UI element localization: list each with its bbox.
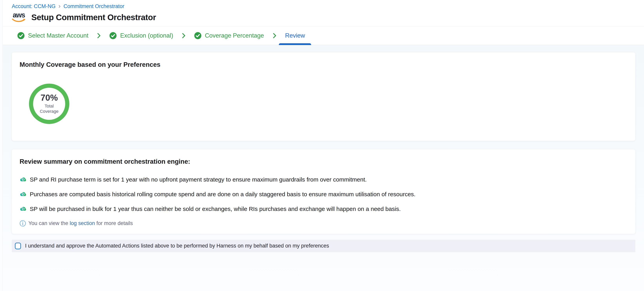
note-text: You can view the log section for more de… xyxy=(28,220,133,226)
consent-bar: I understand and approve the Automated A… xyxy=(12,240,636,252)
left-rail xyxy=(0,0,2,291)
summary-card-title: Review summary on commitment orchestrati… xyxy=(20,158,628,165)
donut-value: 70% xyxy=(40,94,58,102)
svg-text:$: $ xyxy=(22,207,24,210)
cloud-dollar-icon: $ xyxy=(20,177,27,182)
summary-text: Purchases are computed basis historical … xyxy=(30,191,416,198)
setup-stepper: Select Master Account Exclusion (optiona… xyxy=(3,26,644,45)
breadcrumb-link-account[interactable]: Account: CCM-NG xyxy=(12,3,56,10)
breadcrumb-link-commitment-orchestrator[interactable]: Commitment Orchestrator xyxy=(64,3,124,10)
cloud-dollar-icon: $ xyxy=(20,206,27,212)
check-circle-icon xyxy=(110,32,116,39)
chevron-right-icon xyxy=(182,33,185,38)
app-header: Account: CCM-NG › Commitment Orchestrato… xyxy=(3,0,644,26)
chevron-right-icon xyxy=(97,33,100,38)
step-coverage-percentage[interactable]: Coverage Percentage xyxy=(194,27,264,45)
step-label: Exclusion (optional) xyxy=(120,32,173,39)
aws-smile-icon xyxy=(12,18,26,23)
check-circle-icon xyxy=(18,32,24,39)
monthly-coverage-card: Monthly Coverage based on your Preferenc… xyxy=(12,52,636,141)
log-note: ⓘ You can view the log section for more … xyxy=(20,220,628,226)
step-label: Review xyxy=(285,32,305,39)
step-label: Coverage Percentage xyxy=(205,32,264,39)
step-exclusion-optional[interactable]: Exclusion (optional) xyxy=(110,27,173,45)
page-title: Setup Commitment Orchestrator xyxy=(31,13,156,22)
svg-text:$: $ xyxy=(22,178,24,181)
donut-label: Total Coverage xyxy=(40,104,58,114)
step-select-master-account[interactable]: Select Master Account xyxy=(18,27,88,45)
summary-item: $ Purchases are computed basis historica… xyxy=(20,191,628,198)
review-summary-card: Review summary on commitment orchestrati… xyxy=(12,149,636,234)
info-icon: ⓘ xyxy=(20,220,26,226)
breadcrumb-separator-icon: › xyxy=(58,3,61,9)
step-label: Select Master Account xyxy=(28,32,88,39)
summary-item: $ SP will be purchased in bulk for 1 yea… xyxy=(20,206,628,212)
coverage-donut-chart: 70% Total Coverage xyxy=(29,84,69,124)
summary-text: SP and RI purchase term is set for 1 yea… xyxy=(30,176,367,183)
cloud-dollar-icon: $ xyxy=(20,191,27,197)
coverage-card-title: Monthly Coverage based on your Preferenc… xyxy=(20,61,628,68)
summary-text: SP will be purchased in bulk for 1 year … xyxy=(30,206,401,212)
aws-logo-text: aws xyxy=(13,12,25,18)
active-tab-indicator xyxy=(279,43,311,45)
aws-logo-icon: aws xyxy=(12,12,26,23)
step-review-active-tab[interactable]: Review xyxy=(285,27,305,45)
breadcrumb: Account: CCM-NG › Commitment Orchestrato… xyxy=(12,3,644,10)
svg-text:$: $ xyxy=(22,192,24,196)
consent-checkbox[interactable] xyxy=(15,243,21,249)
main-content: Monthly Coverage based on your Preferenc… xyxy=(3,45,644,291)
log-section-link[interactable]: log section xyxy=(70,220,95,226)
consent-label[interactable]: I understand and approve the Automated A… xyxy=(25,243,329,249)
check-circle-icon xyxy=(194,32,201,39)
chevron-right-icon xyxy=(273,33,276,38)
summary-item: $ SP and RI purchase term is set for 1 y… xyxy=(20,176,628,183)
